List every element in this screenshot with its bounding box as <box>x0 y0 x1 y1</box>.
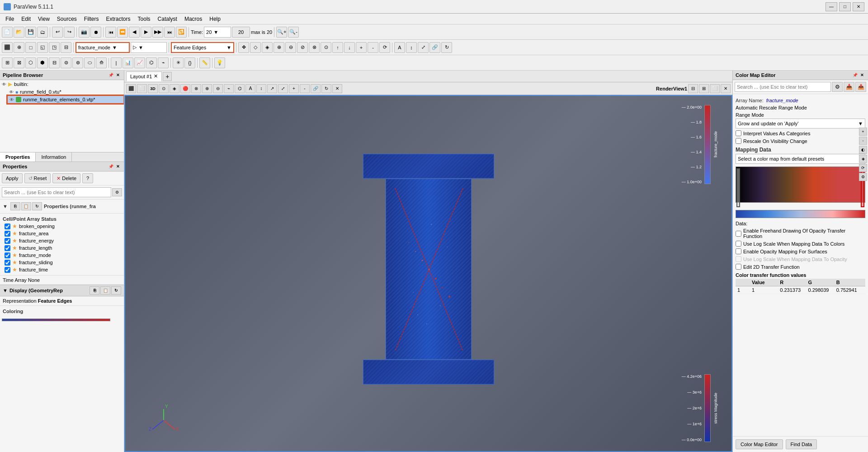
pipeline-item-vtp[interactable]: 👁 runme_fracture_elements_0.vtp* <box>7 95 124 104</box>
rt-btn10[interactable]: ⌁ <box>224 84 234 93</box>
rt-btn15[interactable]: ⤢ <box>278 84 288 93</box>
tb3-btn8[interactable]: ⬭ <box>84 57 95 68</box>
menu-sources[interactable]: Sources <box>53 15 80 23</box>
tb3-btn7[interactable]: ⊛ <box>72 57 83 68</box>
maximize-button[interactable]: □ <box>839 2 851 11</box>
zoom-in-btn[interactable]: 🔍+ <box>276 27 287 38</box>
interact-btn[interactable]: ✥ <box>238 42 249 53</box>
tb3-plot-btn[interactable]: 📈 <box>134 57 145 68</box>
gradient-tool-4[interactable]: ◈ <box>859 155 867 163</box>
tb3-btn13[interactable]: ⌬ <box>146 57 157 68</box>
cme-pin-btn[interactable]: 📌 <box>852 72 858 78</box>
tb2-btn22[interactable]: ⤢ <box>418 42 429 53</box>
display-copy-btn[interactable]: ⎘ <box>90 286 99 295</box>
delete-button[interactable]: ✕ Delete <box>52 173 80 183</box>
tb3-btn1[interactable]: ⊞ <box>2 57 13 68</box>
color-array-dropdown[interactable]: ▷▼ <box>131 42 167 53</box>
representation-dropdown[interactable]: Feature Edges▼ <box>171 42 234 53</box>
checkbox-fracture-length[interactable] <box>5 245 10 251</box>
close-button[interactable]: ✕ <box>853 2 864 11</box>
time-input[interactable]: 20 <box>232 27 250 38</box>
rt-btn7[interactable]: ⊗ <box>191 84 201 93</box>
cme-import-btn[interactable]: 📥 <box>844 82 854 92</box>
prop-search-settings-btn[interactable]: ⚙ <box>112 188 122 196</box>
undo-btn[interactable]: ↩ <box>52 27 63 38</box>
rt-btn11[interactable]: ⌬ <box>235 84 245 93</box>
menu-tools[interactable]: Tools <box>134 15 154 23</box>
rt-split-h-btn[interactable]: ⊟ <box>688 84 698 93</box>
tab-properties[interactable]: Properties <box>0 152 36 162</box>
tb2-btn10[interactable]: ⊕ <box>274 42 284 53</box>
gradient-tool-2[interactable]: - <box>859 137 867 145</box>
tb3-btn9[interactable]: ⟰ <box>96 57 107 68</box>
prev-frame-btn[interactable]: ⏪ <box>117 27 128 38</box>
redo-btn[interactable]: ↪ <box>64 27 75 38</box>
tb3-btn2[interactable]: ⊠ <box>14 57 24 68</box>
menu-extractors[interactable]: Extractors <box>103 15 134 23</box>
tb3-btn5[interactable]: ⊟ <box>49 57 60 68</box>
props-close-btn[interactable]: ✕ <box>115 163 121 170</box>
tb2-btn20[interactable]: A <box>394 42 405 53</box>
gradient-handle-left[interactable] <box>736 168 740 207</box>
play-next-btn[interactable]: ▶▶ <box>152 27 163 38</box>
tab-information[interactable]: Information <box>36 152 72 162</box>
rescale-mode-dropdown[interactable]: Grow and update on 'Apply' ▼ <box>736 119 865 128</box>
props-copy-btn[interactable]: ⎘ <box>10 202 20 210</box>
checkbox-fracture-mode[interactable] <box>5 252 10 258</box>
rt-btn8[interactable]: ⊕ <box>202 84 212 93</box>
gradient-tool-6[interactable]: ⚙ <box>859 173 867 181</box>
color-preset-dropdown[interactable]: Select a color map from default presets … <box>736 154 865 164</box>
menu-help[interactable]: Help <box>206 15 224 23</box>
tb2-btn4[interactable]: ◱ <box>37 42 48 53</box>
tb2-btn21[interactable]: ↕ <box>406 42 417 53</box>
record-btn[interactable]: ⏺ <box>90 27 101 38</box>
pipeline-item-builtin[interactable]: 👁 ▶ builtin: <box>0 80 124 88</box>
cme-settings-btn[interactable]: ⚙ <box>832 82 843 92</box>
menu-filters[interactable]: Filters <box>80 15 103 23</box>
rt-btn19[interactable]: ↻ <box>321 84 331 93</box>
tb3-chart-btn[interactable]: 📊 <box>123 57 133 68</box>
layout-tab-close-icon[interactable]: ✕ <box>154 73 158 79</box>
minimize-button[interactable]: — <box>826 2 837 11</box>
tb3-btn16[interactable]: {} <box>184 57 195 68</box>
checkbox-broken-opening[interactable] <box>5 224 10 229</box>
last-frame-btn[interactable]: ⏭ <box>164 27 175 38</box>
rt-btn1[interactable]: ⬛ <box>126 84 136 93</box>
pipeline-dropdown[interactable]: fracture_mode▼ <box>75 42 130 53</box>
rt-btn6[interactable]: 🔴 <box>180 84 190 93</box>
rt-btn2[interactable]: ⬜ <box>137 84 147 93</box>
props-collapse-icon[interactable]: ▼ <box>3 204 8 209</box>
tb2-btn24[interactable]: ↻ <box>441 42 452 53</box>
opacity-mapping-checkbox[interactable] <box>736 248 741 254</box>
time-value[interactable]: 20▼ <box>204 27 231 38</box>
rt-btn5[interactable]: ◈ <box>170 84 179 93</box>
tb2-btn11[interactable]: ⊖ <box>285 42 296 53</box>
pipeline-close-btn[interactable]: ✕ <box>115 72 121 78</box>
tb2-btn2[interactable]: ⊕ <box>14 42 24 53</box>
checkbox-fracture-energy[interactable] <box>5 238 10 244</box>
select-surface-btn[interactable]: ◇ <box>250 42 261 53</box>
rt-btn17[interactable]: - <box>300 84 310 93</box>
display-refresh-btn[interactable]: ↻ <box>111 286 121 295</box>
apply-button[interactable]: Apply <box>2 173 23 183</box>
add-layout-button[interactable]: + <box>163 72 172 81</box>
tb3-light-btn[interactable]: 💡 <box>214 57 225 68</box>
tb2-btn1[interactable]: ⬛ <box>2 42 13 53</box>
render-view[interactable]: — 2.0e+00 — 1.8 — 1.6 — 1.4 — 1.2 — 1.0e… <box>124 95 732 452</box>
rt-maximize-btn[interactable]: ⬜ <box>710 84 720 93</box>
gradient-tool-3[interactable]: ◐ <box>859 146 867 154</box>
tb2-btn18[interactable]: - <box>368 42 378 53</box>
screenshot-btn[interactable]: 📷 <box>79 27 90 38</box>
rt-split-v-btn[interactable]: ⊞ <box>699 84 709 93</box>
tb3-btn10[interactable]: | <box>111 57 122 68</box>
new-btn[interactable]: 📄 <box>2 27 13 38</box>
display-paste-btn[interactable]: 📋 <box>100 286 110 295</box>
zoom-out-btn[interactable]: 🔍- <box>288 27 299 38</box>
props-paste-btn[interactable]: 📋 <box>21 202 31 210</box>
help-button[interactable]: ? <box>82 173 93 183</box>
save-state-btn[interactable]: 🗂 <box>37 27 48 38</box>
reset-button[interactable]: ↺ Reset <box>24 173 51 183</box>
tb2-btn19[interactable]: ⟳ <box>379 42 390 53</box>
tb3-btn6[interactable]: ⊜ <box>61 57 71 68</box>
rt-btn18[interactable]: 🔗 <box>311 84 321 93</box>
